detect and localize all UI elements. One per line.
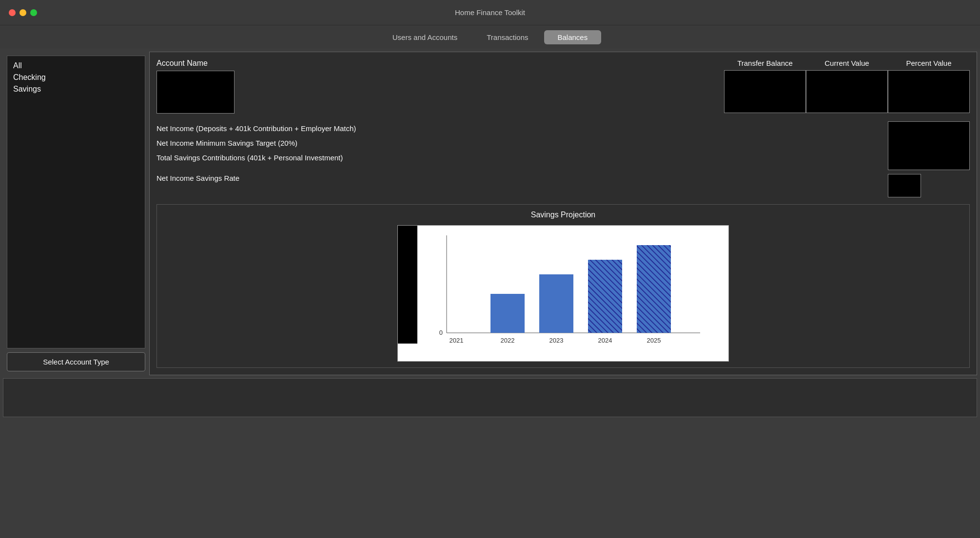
bar-2025-hatch [637,245,671,333]
percent-value-header: Percent Value [896,59,961,70]
chart-svg: 0 2021 2022 [427,235,710,352]
net-income-value-box[interactable] [888,121,970,170]
account-name-box[interactable] [157,71,235,114]
ni-label-2: Total Savings Contributions (401k + Pers… [157,151,878,165]
net-income-section: Net Income (Deposits + 401k Contribution… [157,121,970,197]
app-title: Home Finance Toolkit [455,8,525,17]
tab-bar: Users and Accounts Transactions Balances [0,25,980,49]
account-name-section: Account Name [157,59,235,114]
transfer-balance-col: Transfer Balance [724,59,806,113]
x-label-2022: 2022 [501,337,515,344]
ni-label-1: Net Income Minimum Savings Target (20%) [157,136,878,151]
tab-transactions[interactable]: Transactions [473,30,542,44]
svg-text:0: 0 [439,329,443,336]
current-value-col: Current Value [806,59,888,113]
x-label-2023: 2023 [549,337,564,344]
ni-value-boxes [888,121,970,197]
savings-rate-value-box[interactable] [888,174,921,197]
black-vert-bar [398,226,417,344]
maximize-button[interactable] [30,9,37,16]
savings-chart-container: Savings Projection 0 [157,204,970,368]
account-name-label: Account Name [157,59,235,68]
transfer-balance-header: Transfer Balance [727,59,803,70]
bottom-area [3,378,977,417]
value-columns: Transfer Balance Current Value Percent V… [724,59,970,113]
window-controls [9,9,37,16]
net-income-labels: Net Income (Deposits + 401k Contribution… [157,121,878,186]
bar-2024-hatch [588,260,622,333]
chart-title: Savings Projection [163,211,963,219]
select-account-button[interactable]: Select Account Type [7,352,145,371]
ni-label-0: Net Income (Deposits + 401k Contribution… [157,121,878,136]
title-bar: Home Finance Toolkit [0,0,980,25]
minimize-button[interactable] [20,9,26,16]
top-row: Account Name Transfer Balance Current Va… [157,59,970,114]
x-label-2024: 2024 [598,337,612,344]
current-value-box[interactable] [806,70,888,113]
transfer-balance-box[interactable] [724,70,806,113]
account-list[interactable]: All Checking Savings [7,56,145,348]
x-label-2025: 2025 [647,337,661,344]
savings-rate-label: Net Income Savings Rate [157,171,878,186]
list-item-checking[interactable]: Checking [11,72,141,83]
close-button[interactable] [9,9,16,16]
x-label-2021: 2021 [450,337,464,344]
right-panel: Account Name Transfer Balance Current Va… [149,52,977,375]
bar-2023 [539,274,573,333]
tab-balances[interactable]: Balances [544,30,602,44]
percent-value-col: Percent Value [888,59,970,113]
current-value-header: Current Value [815,59,879,70]
list-item-all[interactable]: All [11,60,141,72]
sidebar: All Checking Savings Select Account Type [3,52,149,375]
list-item-savings[interactable]: Savings [11,83,141,95]
percent-value-box[interactable] [888,70,970,113]
bar-2022 [490,294,525,333]
tab-users[interactable]: Users and Accounts [379,30,471,44]
main-panels: All Checking Savings Select Account Type… [0,49,980,378]
